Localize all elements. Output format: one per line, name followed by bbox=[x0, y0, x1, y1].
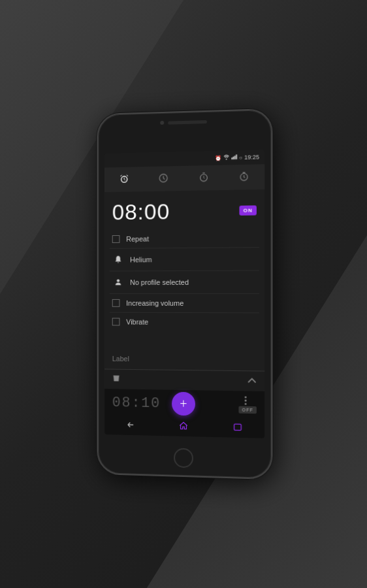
app-tabs bbox=[104, 164, 264, 192]
increasing-volume-item[interactable]: Increasing volume bbox=[110, 294, 259, 313]
wifi-status-icon bbox=[223, 154, 229, 161]
ringtone-item[interactable]: Helium bbox=[110, 248, 259, 271]
camera-dot bbox=[160, 121, 164, 125]
vibrate-label: Vibrate bbox=[126, 318, 148, 326]
phone-device: ⏰ ○ 19:25 bbox=[97, 108, 272, 480]
bell-icon bbox=[112, 254, 124, 266]
speaker-bar bbox=[168, 120, 207, 124]
repeat-item[interactable]: Repeat bbox=[110, 229, 259, 249]
status-icons: ⏰ ○ 19:25 bbox=[215, 154, 259, 161]
vibrate-checkbox[interactable] bbox=[112, 318, 120, 326]
svg-point-10 bbox=[245, 397, 247, 399]
label-text: Label bbox=[112, 355, 129, 363]
collapse-button[interactable] bbox=[247, 376, 257, 386]
svg-rect-3 bbox=[236, 155, 237, 159]
vibrate-item[interactable]: Vibrate bbox=[110, 313, 259, 332]
alarm-time-display: 08:00 bbox=[112, 199, 170, 225]
profile-item[interactable]: No profile selected bbox=[110, 271, 259, 294]
repeat-checkbox[interactable] bbox=[112, 235, 120, 243]
svg-rect-9 bbox=[113, 376, 119, 376]
settings-list: Repeat Helium bbox=[104, 229, 264, 348]
label-row[interactable]: Label bbox=[104, 347, 264, 372]
main-content: 08:00 ON Repeat bbox=[104, 189, 264, 438]
second-alarm-row: 08:10 + OFF bbox=[104, 389, 264, 419]
home-physical-button[interactable] bbox=[174, 448, 193, 468]
svg-rect-13 bbox=[234, 424, 241, 430]
second-alarm-toggle[interactable]: OFF bbox=[238, 406, 256, 414]
increasing-volume-checkbox[interactable] bbox=[112, 299, 120, 307]
nav-bar bbox=[104, 416, 264, 438]
alarm-toggle[interactable]: ON bbox=[239, 205, 256, 216]
svg-rect-1 bbox=[232, 157, 234, 159]
ringtone-label: Helium bbox=[130, 255, 152, 263]
svg-rect-2 bbox=[234, 155, 235, 159]
phone-screen: ⏰ ○ 19:25 bbox=[104, 150, 264, 438]
alarm-status-icon: ⏰ bbox=[215, 155, 221, 161]
svg-rect-6 bbox=[202, 172, 205, 173]
tab-alarm[interactable] bbox=[114, 172, 134, 188]
tab-timer[interactable] bbox=[193, 171, 214, 187]
tab-stopwatch[interactable] bbox=[234, 170, 255, 186]
action-bar bbox=[104, 369, 264, 391]
more-options-button[interactable] bbox=[245, 397, 247, 405]
svg-rect-0 bbox=[231, 157, 232, 159]
second-alarm-time: 08:10 bbox=[112, 395, 161, 412]
svg-point-11 bbox=[245, 400, 247, 402]
plus-icon: + bbox=[180, 397, 187, 410]
back-button[interactable] bbox=[126, 421, 135, 431]
home-button[interactable] bbox=[180, 421, 189, 433]
svg-point-12 bbox=[245, 403, 247, 405]
add-alarm-button[interactable]: + bbox=[172, 392, 195, 416]
battery-status-icon: ○ bbox=[239, 154, 242, 160]
tab-clock[interactable] bbox=[153, 171, 174, 188]
status-time: 19:25 bbox=[244, 154, 259, 161]
delete-alarm-button[interactable] bbox=[112, 374, 121, 385]
recents-button[interactable] bbox=[233, 423, 242, 433]
profile-label: No profile selected bbox=[130, 278, 189, 286]
person-icon bbox=[112, 276, 124, 288]
signal-status-icon bbox=[231, 154, 237, 161]
svg-point-8 bbox=[116, 279, 119, 282]
repeat-label: Repeat bbox=[126, 235, 149, 243]
increasing-volume-label: Increasing volume bbox=[126, 299, 184, 307]
phone-body: ⏰ ○ 19:25 bbox=[97, 108, 272, 480]
alarm-row: 08:00 ON bbox=[104, 189, 264, 230]
phone-top-bar bbox=[98, 118, 271, 127]
